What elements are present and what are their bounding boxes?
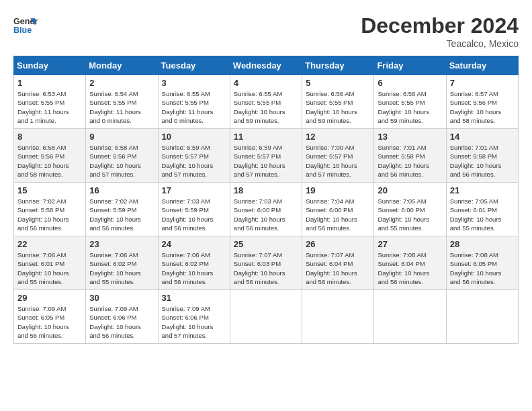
table-row: 29Sunrise: 7:09 AMSunset: 6:05 PMDayligh… bbox=[14, 290, 86, 344]
table-row: 12Sunrise: 7:00 AMSunset: 5:57 PMDayligh… bbox=[302, 129, 374, 183]
table-row: 22Sunrise: 7:06 AMSunset: 6:01 PMDayligh… bbox=[14, 236, 86, 290]
table-row: 3Sunrise: 6:55 AMSunset: 5:55 PMDaylight… bbox=[158, 75, 230, 129]
table-row: 9Sunrise: 6:58 AMSunset: 5:56 PMDaylight… bbox=[86, 129, 158, 183]
table-row: 1Sunrise: 6:53 AMSunset: 5:55 PMDaylight… bbox=[14, 75, 86, 129]
col-sunday: Sunday bbox=[14, 56, 86, 75]
col-monday: Monday bbox=[86, 56, 158, 75]
table-row: 30Sunrise: 7:09 AMSunset: 6:06 PMDayligh… bbox=[86, 290, 158, 344]
table-row: 14Sunrise: 7:01 AMSunset: 5:58 PMDayligh… bbox=[446, 129, 518, 183]
table-row: 2Sunrise: 6:54 AMSunset: 5:55 PMDaylight… bbox=[86, 75, 158, 129]
title-block: December 2024 Teacalco, Mexico bbox=[361, 13, 519, 49]
location-subtitle: Teacalco, Mexico bbox=[361, 38, 519, 49]
table-row bbox=[230, 290, 302, 344]
table-row bbox=[446, 290, 518, 344]
table-row: 25Sunrise: 7:07 AMSunset: 6:03 PMDayligh… bbox=[230, 236, 302, 290]
table-row: 8Sunrise: 6:58 AMSunset: 5:56 PMDaylight… bbox=[14, 129, 86, 183]
table-row: 17Sunrise: 7:03 AMSunset: 5:59 PMDayligh… bbox=[158, 183, 230, 236]
svg-text:Blue: Blue bbox=[13, 26, 32, 35]
logo-icon: General Blue bbox=[13, 13, 38, 38]
header-row: Sunday Monday Tuesday Wednesday Thursday… bbox=[14, 56, 519, 75]
table-row: 6Sunrise: 6:56 AMSunset: 5:55 PMDaylight… bbox=[374, 75, 446, 129]
table-row: 15Sunrise: 7:02 AMSunset: 5:58 PMDayligh… bbox=[14, 183, 86, 236]
table-row: 11Sunrise: 6:59 AMSunset: 5:57 PMDayligh… bbox=[230, 129, 302, 183]
page-header: General Blue December 2024 Teacalco, Mex… bbox=[13, 13, 519, 49]
table-row: 18Sunrise: 7:03 AMSunset: 6:00 PMDayligh… bbox=[230, 183, 302, 236]
table-row: 19Sunrise: 7:04 AMSunset: 6:00 PMDayligh… bbox=[302, 183, 374, 236]
col-friday: Friday bbox=[374, 56, 446, 75]
month-title: December 2024 bbox=[361, 13, 519, 38]
table-row: 26Sunrise: 7:07 AMSunset: 6:04 PMDayligh… bbox=[302, 236, 374, 290]
logo: General Blue bbox=[13, 13, 38, 38]
table-row bbox=[374, 290, 446, 344]
table-row bbox=[302, 290, 374, 344]
table-row: 4Sunrise: 6:55 AMSunset: 5:55 PMDaylight… bbox=[230, 75, 302, 129]
table-row: 31Sunrise: 7:09 AMSunset: 6:06 PMDayligh… bbox=[158, 290, 230, 344]
table-row: 10Sunrise: 6:59 AMSunset: 5:57 PMDayligh… bbox=[158, 129, 230, 183]
calendar-table: Sunday Monday Tuesday Wednesday Thursday… bbox=[13, 56, 519, 344]
table-row: 13Sunrise: 7:01 AMSunset: 5:58 PMDayligh… bbox=[374, 129, 446, 183]
table-row: 28Sunrise: 7:08 AMSunset: 6:05 PMDayligh… bbox=[446, 236, 518, 290]
table-row: 5Sunrise: 6:56 AMSunset: 5:55 PMDaylight… bbox=[302, 75, 374, 129]
table-row: 16Sunrise: 7:02 AMSunset: 5:59 PMDayligh… bbox=[86, 183, 158, 236]
table-row: 27Sunrise: 7:08 AMSunset: 6:04 PMDayligh… bbox=[374, 236, 446, 290]
table-row: 24Sunrise: 7:06 AMSunset: 6:02 PMDayligh… bbox=[158, 236, 230, 290]
col-saturday: Saturday bbox=[446, 56, 518, 75]
table-row: 20Sunrise: 7:05 AMSunset: 6:00 PMDayligh… bbox=[374, 183, 446, 236]
col-wednesday: Wednesday bbox=[230, 56, 302, 75]
table-row: 21Sunrise: 7:05 AMSunset: 6:01 PMDayligh… bbox=[446, 183, 518, 236]
table-row: 23Sunrise: 7:06 AMSunset: 6:02 PMDayligh… bbox=[86, 236, 158, 290]
table-row: 7Sunrise: 6:57 AMSunset: 5:56 PMDaylight… bbox=[446, 75, 518, 129]
col-tuesday: Tuesday bbox=[158, 56, 230, 75]
col-thursday: Thursday bbox=[302, 56, 374, 75]
